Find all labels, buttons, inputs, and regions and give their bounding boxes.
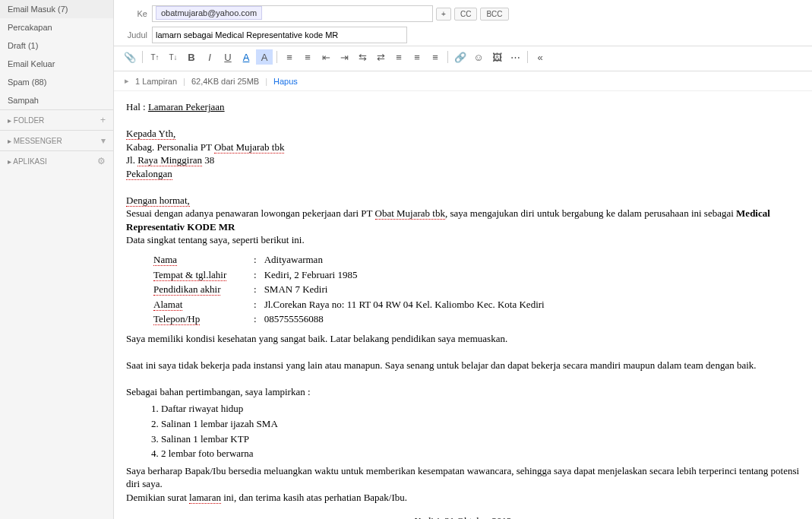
jl-prefix: Jl. (126, 154, 137, 166)
sidebar-section[interactable]: ▸ FOLDER+ (0, 109, 113, 130)
row-sep: : (251, 298, 260, 312)
sidebar-section[interactable]: ▸ MESSENGER▾ (0, 130, 113, 150)
sidebar-item[interactable]: Percakapan (0, 18, 113, 36)
attachment-count: 1 Lampiran (135, 77, 177, 86)
row-sep: : (251, 312, 260, 326)
sig-date: Kediri, 31 Oktober 2012 (126, 514, 800, 519)
sidebar-section[interactable]: ▸ APLIKASI⚙ (0, 150, 113, 171)
sidebar-item[interactable]: Sampah (0, 91, 113, 109)
remove-attachment-link[interactable]: Hapus (273, 77, 298, 86)
p7b: lamaran (189, 492, 221, 504)
kabag-company: Obat Mujarab tbk (214, 141, 284, 153)
list-item: Salinan 1 lembar ijazah SMA (161, 416, 800, 432)
jl-street: Raya Minggiran (137, 154, 202, 166)
more-icon[interactable]: ⋯ (507, 49, 523, 65)
font-color-icon[interactable]: A (238, 49, 254, 65)
underline-icon[interactable]: U (220, 49, 236, 65)
row-key: Alamat (150, 298, 249, 312)
section-label: ▸ APLIKASI (8, 157, 47, 166)
rtl-icon[interactable]: ⇄ (372, 49, 389, 65)
attach-icon[interactable]: 📎 (122, 49, 138, 65)
section-action-icon[interactable]: ⚙ (97, 156, 106, 166)
row-key: Telepon/Hp (150, 312, 249, 326)
sidebar-item[interactable]: Spam (88) (0, 73, 113, 91)
bold-icon[interactable]: B (183, 49, 200, 65)
add-recipient-button[interactable]: + (436, 8, 451, 21)
row-value: 085755556088 (261, 312, 548, 326)
ol-icon[interactable]: ≡ (299, 49, 316, 65)
align-center-icon[interactable]: ≡ (409, 49, 425, 65)
compose-header: Ke obatmujarab@yahoo.com + CC BCC Judul … (114, 0, 812, 71)
to-label: Ke (122, 9, 152, 18)
row-key: Pendidikan akhir (150, 283, 249, 296)
table-row: Nama:Adityawarman (150, 253, 548, 267)
emoji-icon[interactable]: ☺ (470, 49, 487, 65)
caret-icon[interactable]: ▸ (125, 76, 129, 86)
ltr-icon[interactable]: ⇆ (354, 49, 371, 65)
separator: | (265, 77, 267, 86)
align-right-icon[interactable]: ≡ (427, 49, 444, 65)
sidebar: Email Masuk (7)PercakapanDraft (1)Email … (0, 0, 114, 519)
table-row: Alamat:Jl.Corekan Raya no: 11 RT 04 RW 0… (150, 298, 548, 312)
separator (142, 51, 143, 63)
p6: Saya berharap Bapak/Ibu bersedia meluang… (126, 464, 800, 491)
main: Ke obatmujarab@yahoo.com + CC BCC Judul … (114, 0, 812, 519)
personal-table: Nama:AdityawarmanTempat & tgl.lahir:Kedi… (149, 252, 549, 328)
attachment-list: Daftar riwayat hidupSalinan 1 lembar ija… (161, 401, 800, 460)
list-item: Salinan 1 lembar KTP (161, 432, 800, 447)
font-dec-icon[interactable]: T↓ (165, 49, 182, 65)
section-action-icon[interactable]: + (100, 115, 106, 125)
table-row: Telepon/Hp:085755556088 (150, 312, 548, 326)
attachment-size: 62,4KB dari 25MB (191, 77, 259, 86)
sidebar-item[interactable]: Email Keluar (0, 55, 113, 73)
table-row: Tempat & tgl.lahir:Kediri, 2 Februari 19… (150, 268, 548, 282)
recipient-chip[interactable]: obatmujarab@yahoo.com (156, 6, 262, 20)
row-value: Adityawarman (261, 253, 548, 267)
row-key: Nama (150, 253, 249, 267)
subject-input[interactable] (152, 27, 407, 43)
hal-text: Lamaran Pekerjaan (148, 101, 225, 112)
collapse-icon[interactable]: « (532, 49, 548, 65)
attachment-bar: ▸ 1 Lampiran | 62,4KB dari 25MB | Hapus (114, 71, 812, 91)
hal-prefix: Hal : (126, 101, 148, 112)
table-row: Pendidikan akhir:SMAN 7 Kediri (150, 283, 548, 296)
list-item: 2 lembar foto berwarna (161, 446, 800, 461)
section-action-icon[interactable]: ▾ (101, 135, 106, 146)
section-label: ▸ FOLDER (8, 116, 44, 125)
sidebar-item[interactable]: Draft (1) (0, 36, 113, 55)
row-sep: : (251, 253, 260, 267)
p1a: Sesuai dengan adanya penawaran lowongan … (126, 207, 375, 219)
p5: Sebagai bahan pertimbangan, saya lampirk… (126, 385, 800, 399)
align-left-icon[interactable]: ≡ (390, 49, 407, 65)
cc-button[interactable]: CC (454, 8, 477, 21)
p1c: , saya mengajukan diri untuk bergabung k… (445, 207, 736, 219)
outdent-icon[interactable]: ⇤ (318, 49, 334, 65)
p7a: Demikian surat (126, 492, 189, 503)
format-toolbar: 📎 T↑ T↓ B I U A A ≡ ≡ ⇤ ⇥ ⇆ ⇄ ≡ ≡ ≡ (114, 46, 812, 68)
ul-icon[interactable]: ≡ (281, 49, 298, 65)
sidebar-item[interactable]: Email Masuk (7) (0, 0, 113, 18)
email-body[interactable]: Hal : Lamaran Pekerjaan Kepada Yth, Kaba… (114, 91, 812, 519)
image-icon[interactable]: 🖼 (488, 49, 505, 65)
separator: | (183, 77, 185, 86)
bcc-button[interactable]: BCC (480, 8, 508, 21)
kabag-prefix: Kabag. Personalia PT (126, 141, 214, 153)
p1b: Obat Mujarab tbk (375, 207, 445, 220)
section-label: ▸ MESSENGER (8, 137, 62, 145)
subject-label: Judul (122, 30, 152, 40)
italic-icon[interactable]: I (201, 49, 218, 65)
jl-num: 38 (202, 154, 214, 166)
kepada: Kepada Yth, (126, 128, 175, 140)
row-value: Jl.Corekan Raya no: 11 RT 04 RW 04 Kel. … (261, 298, 548, 312)
city: Pekalongan (126, 168, 172, 180)
p4: Saat ini saya tidak bekerja pada instans… (126, 359, 800, 372)
to-input[interactable]: obatmujarab@yahoo.com (152, 5, 433, 22)
separator (276, 51, 277, 63)
link-icon[interactable]: 🔗 (452, 49, 469, 65)
separator (447, 51, 448, 63)
indent-icon[interactable]: ⇥ (336, 49, 352, 65)
p2: Data singkat tentang saya, seperti berik… (126, 234, 305, 245)
highlight-icon[interactable]: A (256, 49, 273, 65)
font-inc-icon[interactable]: T↑ (147, 49, 163, 65)
p7c: ini, dan terima kasih atas perhatian Bap… (221, 492, 407, 503)
